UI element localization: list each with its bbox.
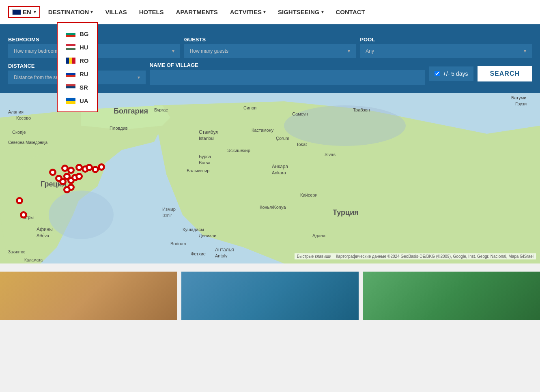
language-dropdown: BG HU RO RU SR UA [57,22,98,112]
svg-point-64 [61,180,65,183]
village-input[interactable] [150,70,425,85]
nav-links: DESTINATION ▾ VILLAS HOTELS APARTMENTS A… [48,9,532,15]
thumbnail-3[interactable] [363,272,540,320]
svg-text:Самсун: Самсун [292,111,308,116]
svg-text:Стамбул: Стамбул [199,129,218,135]
days-checkbox-area[interactable]: +/- 5 days [429,66,474,81]
svg-point-52 [77,166,81,169]
flag-ru-icon [66,71,75,77]
svg-text:Северна Македониjа: Северна Македониjа [8,140,48,145]
lang-label-ru: RU [80,71,88,77]
days-label: +/- 5 days [443,71,468,77]
distance-placeholder: Distance from the sea [14,75,61,80]
lang-option-hu[interactable]: HU [58,41,97,54]
current-language: EN [23,9,31,15]
svg-text:Адана: Адана [312,233,326,238]
language-selector[interactable]: EN ▾ [8,6,40,18]
svg-text:Балыкесир: Балыкесир [187,168,209,173]
svg-point-60 [100,165,103,169]
svg-text:Грузи: Грузи [515,101,527,106]
svg-text:İstanbul: İstanbul [199,136,215,141]
chevron-down-icon: ▾ [321,9,324,15]
pool-label: POOL [360,36,532,43]
lang-option-bg[interactable]: BG [58,27,97,41]
svg-text:Бурса: Бурса [199,154,211,159]
flag-hu-icon [66,44,75,50]
svg-text:Αθήνα: Αθήνα [37,233,49,238]
thumbnail-2[interactable] [181,272,359,320]
nav-sightseeing[interactable]: SIGHTSEEING ▾ [278,9,324,15]
chevron-down-icon: ▾ [348,48,350,54]
lang-option-sr[interactable]: SR [58,81,97,94]
svg-text:Анталья: Анталья [215,247,234,253]
chevron-down-icon: ▾ [34,9,36,15]
navbar: EN ▾ DESTINATION ▾ VILLAS HOTELS APARTME… [0,0,540,24]
svg-text:Tokat: Tokat [296,142,307,147]
nav-destination[interactable]: DESTINATION ▾ [48,9,93,15]
lang-label-hu: HU [80,44,88,51]
svg-text:Конья/Konya: Конья/Konya [260,205,286,210]
nav-hotels[interactable]: HOTELS [139,9,164,15]
guests-label: GUESTS [184,36,356,43]
svg-point-1 [49,191,114,239]
svg-point-72 [77,175,81,178]
guests-placeholder: How many guests [190,48,228,54]
chevron-down-icon: ▾ [172,48,174,54]
map-svg: Болгария Греция Турция Косово Скопjе Сев… [0,93,540,263]
pool-field: POOL Any ▾ [360,36,532,58]
svg-point-76 [65,188,69,191]
bedrooms-placeholder: How many bedrooms [14,48,60,54]
lang-label-bg: BG [80,30,89,37]
svg-text:Бургас: Бургас [154,107,168,112]
village-field: NAME OF VILLAGE [150,62,425,85]
svg-text:Турция: Турция [333,208,359,216]
svg-text:Закинтос: Закинтос [8,250,25,254]
svg-point-48 [63,167,67,170]
keyboard-shortcuts: Быстрые клавиши [297,254,331,259]
svg-text:Ankara: Ankara [272,170,286,175]
svg-text:Пловдив: Пловдив [110,126,128,131]
guests-field: GUESTS How many guests ▾ [184,36,356,58]
pool-select[interactable]: Any ▾ [360,44,532,58]
svg-text:Скопjе: Скопjе [12,130,26,135]
lang-option-ro[interactable]: RO [58,54,97,67]
svg-text:Кайсери: Кайсери [300,193,318,197]
lang-option-ua[interactable]: UA [58,94,97,107]
map-attribution: Быстрые клавиши Картографические данные … [295,253,536,259]
guests-select[interactable]: How many guests ▾ [184,44,356,58]
svg-text:Косово: Косово [16,116,31,120]
map-container[interactable]: Болгария Греция Турция Косово Скопjе Сев… [0,93,540,263]
lang-label-sr: SR [80,84,88,91]
svg-text:Болгария: Болгария [114,107,148,115]
svg-text:Батуми: Батуми [511,95,526,100]
svg-point-66 [65,175,69,178]
svg-text:Измир: Измир [162,207,176,212]
svg-text:Алания: Алания [8,109,24,114]
svg-text:Эскишехир: Эскишехир [227,148,250,153]
chevron-down-icon: ▾ [138,75,140,80]
lang-label-ua: UA [80,97,88,104]
pool-placeholder: Any [366,48,374,54]
nav-villas[interactable]: VILLAS [105,9,127,15]
lang-option-ru[interactable]: RU [58,67,97,81]
flag-bg-icon [66,31,75,37]
svg-text:Синоп: Синоп [243,105,256,110]
svg-text:İzmir: İzmir [162,213,172,218]
nav-apartments[interactable]: APARTMENTS [176,9,218,15]
svg-point-58 [94,168,97,171]
thumbnail-1[interactable] [0,272,177,320]
search-button[interactable]: SEARCH [478,66,532,81]
svg-text:Bursa: Bursa [199,160,211,165]
chevron-down-icon: ▾ [524,48,526,54]
svg-text:Sivas: Sivas [325,152,336,157]
flag-en-icon [12,9,21,15]
svg-text:Фетхие: Фетхие [191,251,206,256]
nav-activities[interactable]: ACTVITIES ▾ [230,9,266,15]
flag-ro-icon [66,58,75,64]
nav-contact[interactable]: CONTACT [336,9,365,15]
svg-text:Çorum: Çorum [276,136,289,141]
svg-text:Денизли: Денизли [199,233,216,238]
days-checkbox[interactable] [435,71,440,76]
svg-point-78 [18,199,21,202]
chevron-down-icon: ▾ [90,9,93,15]
